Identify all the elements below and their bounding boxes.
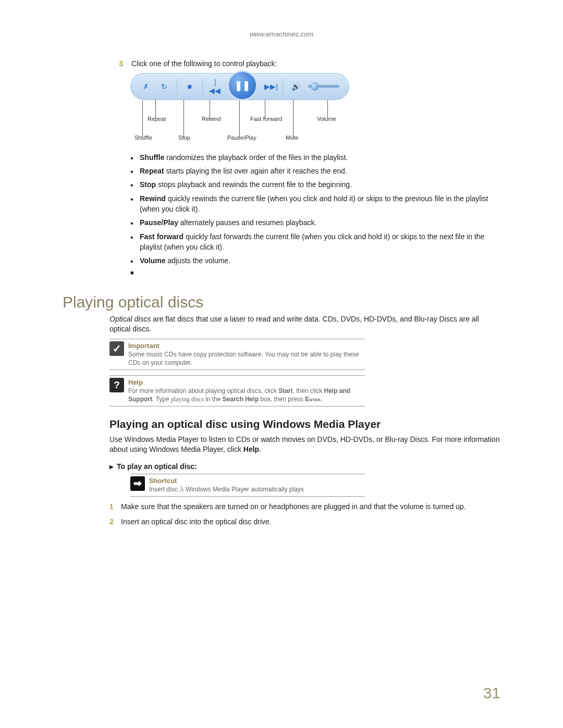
bullet-rewind: Rewind quickly rewinds the current file … bbox=[130, 193, 500, 215]
step-text: Click one of the following to control pl… bbox=[131, 59, 277, 69]
label-stop: Stop bbox=[178, 134, 190, 141]
subsection-para: Use Windows Media Player to listen to CD… bbox=[109, 435, 500, 455]
important-text: Some music CDs have copy protection soft… bbox=[128, 351, 359, 366]
fast-forward-icon[interactable]: ▶▶| bbox=[264, 82, 276, 91]
label-repeat: Repeat bbox=[148, 116, 166, 122]
step-number: 3 bbox=[109, 59, 131, 68]
step-number: 1 bbox=[109, 502, 121, 511]
help-text: Help For more information about playing … bbox=[128, 378, 365, 404]
step-number: 2 bbox=[109, 517, 121, 526]
end-square-icon: ■ bbox=[130, 269, 500, 276]
shortcut-icon: ➡ bbox=[130, 476, 145, 491]
pause-play-icon[interactable]: ❚❚ bbox=[227, 70, 258, 101]
bullet-volume: Volume adjusts the volume. bbox=[130, 255, 500, 266]
volume-slider[interactable] bbox=[308, 85, 339, 88]
bullet-stop: Stop stops playback and rewinds the curr… bbox=[130, 179, 500, 190]
shuffle-icon[interactable]: ✗ bbox=[140, 82, 152, 91]
separator bbox=[202, 79, 203, 94]
bullet-fastforward: Fast forward quickly fast forwards the c… bbox=[130, 231, 500, 253]
important-icon: ✓ bbox=[109, 341, 124, 356]
subsection-heading: Playing an optical disc using Windows Me… bbox=[109, 418, 500, 430]
header-url: www.emachines.com bbox=[63, 30, 500, 38]
callout-labels: Repeat Rewind Fast forward Volume Shuffl… bbox=[130, 100, 349, 147]
label-shuffle: Shuffle bbox=[134, 134, 152, 141]
shortcut-callout: ➡ Shortcut Insert disc À Windows Media P… bbox=[130, 474, 365, 497]
label-volume: Volume bbox=[317, 116, 336, 122]
playback-descriptions: Shuffle randomizes the playback order of… bbox=[130, 152, 500, 266]
label-pauseplay: Pause/Play bbox=[227, 134, 256, 141]
step-3: 3 Click one of the following to control … bbox=[109, 59, 500, 276]
playback-toolbar: ✗ ↻ ■ |◀◀ ❚❚ ▶▶| 🔊 bbox=[130, 73, 349, 100]
section-heading: Playing optical discs bbox=[63, 293, 500, 311]
label-rewind: Rewind bbox=[202, 116, 221, 122]
playback-diagram: ✗ ↻ ■ |◀◀ ❚❚ ▶▶| 🔊 bbox=[130, 73, 500, 147]
repeat-icon[interactable]: ↻ bbox=[158, 82, 170, 91]
stop-icon[interactable]: ■ bbox=[184, 82, 195, 91]
procedure-heading: To play an optical disc: bbox=[109, 462, 500, 471]
help-icon: ? bbox=[109, 378, 124, 392]
proc-step-1: 1 Make sure that the speakers are turned… bbox=[109, 502, 500, 512]
important-title: Important bbox=[128, 341, 365, 351]
separator bbox=[283, 79, 283, 94]
bullet-pauseplay: Pause/Play alternately pauses and resume… bbox=[130, 217, 500, 228]
bullet-shuffle: Shuffle randomizes the playback order of… bbox=[130, 152, 500, 163]
label-fastforward: Fast forward bbox=[250, 116, 282, 122]
step-text: Insert an optical disc into the optical … bbox=[121, 517, 272, 527]
rewind-icon[interactable]: |◀◀ bbox=[209, 78, 221, 95]
step-text: Make sure that the speakers are turned o… bbox=[121, 502, 466, 512]
label-mute: Mute bbox=[286, 134, 298, 141]
help-callout: ? Help For more information about playin… bbox=[109, 375, 365, 406]
bullet-repeat: Repeat starts playing the list over agai… bbox=[130, 166, 500, 176]
document-page: www.emachines.com 3 Click one of the fol… bbox=[0, 0, 563, 728]
proc-step-2: 2 Insert an optical disc into the optica… bbox=[109, 517, 500, 527]
separator bbox=[177, 79, 177, 94]
mute-icon[interactable]: 🔊 bbox=[290, 82, 301, 91]
page-number: 31 bbox=[483, 684, 500, 702]
important-callout: ✓ Important Some music CDs have copy pro… bbox=[109, 339, 365, 370]
section-intro: Optical discs are flat discs that use a … bbox=[109, 314, 500, 335]
shortcut-text: Shortcut Insert disc À Windows Media Pla… bbox=[149, 476, 304, 494]
